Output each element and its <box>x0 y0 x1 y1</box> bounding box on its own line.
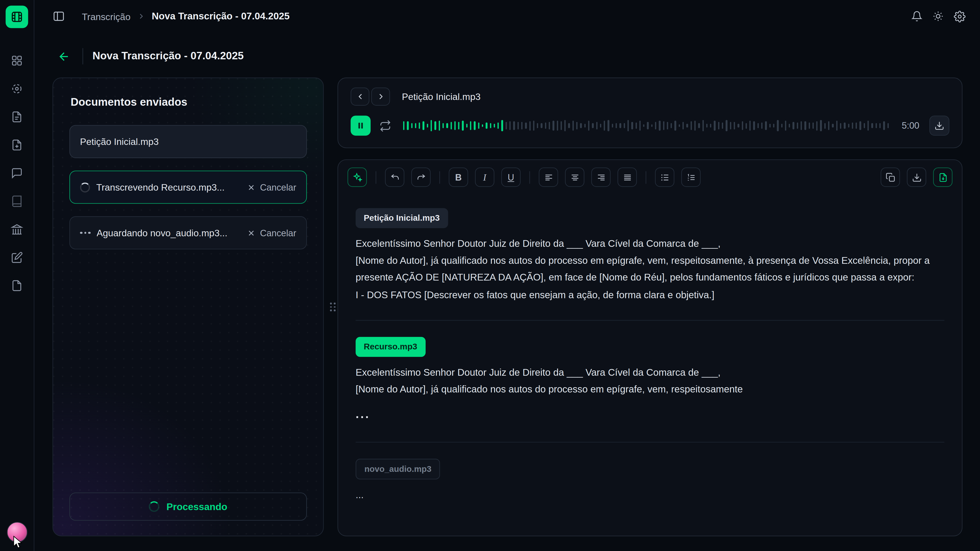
film-icon <box>10 10 24 24</box>
download-icon <box>934 121 944 131</box>
ai-assist-button[interactable] <box>347 167 367 187</box>
duration-label: 5:00 <box>902 121 920 131</box>
content-panels: Documentos enviados Petição Inicial.mp3 … <box>52 78 963 536</box>
ordered-list-icon <box>686 172 696 182</box>
sidebar-item-legal[interactable] <box>8 221 25 238</box>
undo-icon <box>390 172 400 182</box>
transcript-paragraph: [Nome do Autor], já qualificado nos auto… <box>356 381 944 398</box>
sidebar-toggle-button[interactable] <box>49 7 68 25</box>
dashboard-icon <box>11 54 23 67</box>
transcript-pending-text: ... <box>356 486 944 503</box>
theme-toggle-icon <box>932 11 943 22</box>
transcription-icon <box>11 111 23 123</box>
chat-icon <box>11 167 23 179</box>
ellipsis-icon <box>80 232 91 234</box>
sidebar-toggle-icon <box>52 10 65 22</box>
sidebar-item-chat[interactable] <box>8 164 25 182</box>
app-logo[interactable] <box>6 6 28 28</box>
sidebar-item-dashboard[interactable] <box>8 52 25 69</box>
align-justify-button[interactable] <box>617 167 637 187</box>
breadcrumb: Transcrição Nova Transcrição - 07.04.202… <box>82 11 290 22</box>
sidebar-item-file-import[interactable] <box>8 136 25 154</box>
bold-button[interactable]: B <box>449 167 468 187</box>
close-icon <box>247 183 256 191</box>
toolbar-separator <box>646 171 646 183</box>
sidebar-item-library[interactable] <box>8 193 25 210</box>
align-center-icon <box>570 172 580 182</box>
processing-button[interactable]: Processando <box>69 492 307 521</box>
notes-icon <box>11 279 23 292</box>
transcript-badge-novo-audio: novo_audio.mp3 <box>356 459 440 479</box>
align-left-icon <box>543 172 554 182</box>
align-right-button[interactable] <box>591 167 611 187</box>
redo-button[interactable] <box>411 167 431 187</box>
user-avatar[interactable] <box>6 522 27 542</box>
audio-player: Petição Inicial.mp3 <box>337 78 963 148</box>
document-item-recurso[interactable]: Transcrevendo Recurso.mp3... Cancelar <box>69 170 307 204</box>
transcript-paragraph: Excelentíssimo Senhor Doutor Juiz de Dir… <box>356 235 944 252</box>
theme-toggle-button[interactable] <box>929 7 948 25</box>
document-item-peticao[interactable]: Petição Inicial.mp3 <box>69 125 307 158</box>
document-label: Transcrevendo Recurso.mp3... <box>96 182 224 193</box>
download-icon <box>912 172 922 182</box>
back-button[interactable] <box>54 47 73 65</box>
documents-panel: Documentos enviados Petição Inicial.mp3 … <box>52 78 324 536</box>
toolbar-separator <box>376 171 376 183</box>
toolbar-separator <box>530 171 530 183</box>
unordered-list-button[interactable] <box>655 167 675 187</box>
transcript-badge-recurso: Recurso.mp3 <box>356 337 425 357</box>
sidebar-item-notes[interactable] <box>8 277 25 295</box>
repeat-button[interactable] <box>376 116 395 135</box>
player-track-title: Petição Inicial.mp3 <box>402 91 480 102</box>
waveform[interactable] <box>403 114 891 137</box>
breadcrumb-root[interactable]: Transcrição <box>82 11 130 22</box>
panel-resize-handle[interactable] <box>328 300 338 314</box>
repeat-icon <box>379 119 391 132</box>
page-header: Nova Transcrição - 07.04.2025 <box>54 45 962 67</box>
gear-icon <box>953 10 966 22</box>
export-doc-icon <box>938 172 948 182</box>
cancel-waiting-button[interactable]: Cancelar <box>247 228 296 238</box>
cancel-transcription-button[interactable]: Cancelar <box>247 182 296 192</box>
page-title: Nova Transcrição - 07.04.2025 <box>92 50 244 62</box>
undo-button[interactable] <box>385 167 404 187</box>
toolbar-export-group <box>881 167 953 187</box>
editor-toolbar: B I U <box>338 160 962 193</box>
next-track-button[interactable] <box>371 88 390 106</box>
copy-button[interactable] <box>881 167 900 187</box>
spinner-icon <box>80 182 90 192</box>
sidebar-item-ai-models[interactable] <box>8 80 25 97</box>
pause-button[interactable] <box>351 116 371 135</box>
ordered-list-button[interactable] <box>681 167 701 187</box>
document-item-novo-audio[interactable]: Aguardando novo_audio.mp3... Cancelar <box>69 216 307 249</box>
breadcrumb-current: Nova Transcrição - 07.04.2025 <box>152 11 290 22</box>
underline-button[interactable]: U <box>501 167 520 187</box>
section-divider <box>356 320 944 321</box>
app-window: Transcrição Nova Transcrição - 07.04.202… <box>0 0 980 551</box>
transcript-paragraph: I - DOS FATOS [Descrever os fatos que en… <box>356 286 944 303</box>
italic-button[interactable]: I <box>475 167 494 187</box>
export-document-button[interactable] <box>933 167 953 187</box>
documents-panel-title: Documentos enviados <box>70 96 307 109</box>
notifications-button[interactable] <box>908 7 926 25</box>
sparkles-icon <box>352 172 362 183</box>
transcript-content[interactable]: Petição Inicial.mp3 Excelentíssimo Senho… <box>338 193 962 536</box>
sidebar-item-compose[interactable] <box>8 249 25 266</box>
library-icon <box>11 195 23 207</box>
previous-track-button[interactable] <box>351 88 369 106</box>
align-left-button[interactable] <box>539 167 558 187</box>
download-transcript-button[interactable] <box>907 167 926 187</box>
redo-icon <box>416 172 426 182</box>
processing-label: Processando <box>167 501 227 512</box>
pause-icon <box>356 121 365 130</box>
transcript-paragraph: [Nome do Autor], já qualificado nos auto… <box>356 252 944 286</box>
download-audio-button[interactable] <box>929 116 950 135</box>
sidebar-item-transcription[interactable] <box>8 108 25 126</box>
cancel-label: Cancelar <box>260 182 296 192</box>
align-center-button[interactable] <box>565 167 584 187</box>
chevron-left-icon <box>355 92 365 101</box>
transcript-paragraph: Excelentíssimo Senhor Doutor Juiz de Dir… <box>356 363 944 381</box>
toolbar-separator <box>439 171 440 183</box>
transcript-editor: B I U <box>337 159 963 536</box>
settings-button[interactable] <box>950 7 969 25</box>
